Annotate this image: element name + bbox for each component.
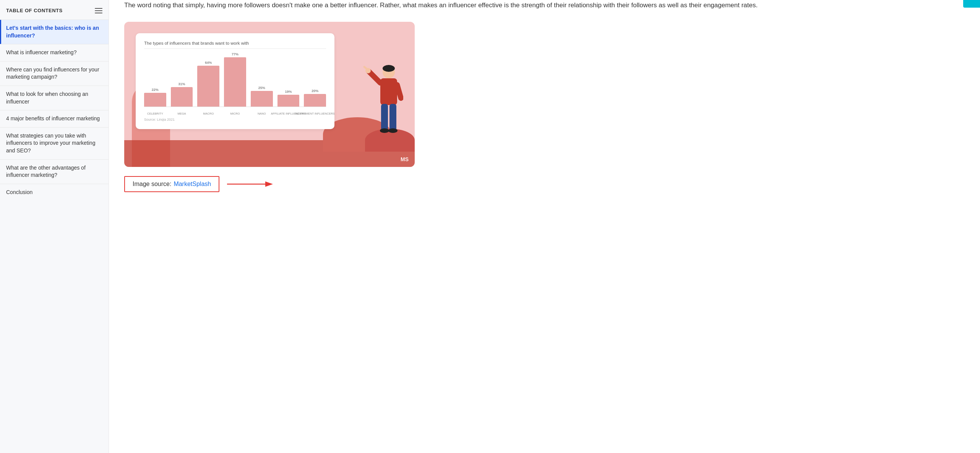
top-right-button[interactable] (963, 0, 980, 8)
chart-card: The types of influencers that brands wan… (136, 33, 334, 129)
bar-group-celebrity: 22%CELEBRITY (144, 88, 166, 107)
table-of-contents-sidebar: TABLE OF CONTENTS Let's start with the b… (0, 0, 109, 453)
bar-group-nano: 25%NANO (251, 86, 273, 107)
sidebar-item-2[interactable]: What is influencer marketing? (0, 44, 109, 61)
image-source-link[interactable]: MarketSplash (174, 181, 211, 188)
bar-group-no-payment-influencers: 20%NO PAYMENT INFLUENCERS (304, 89, 326, 107)
image-source-row: Image source: MarketSplash (124, 176, 965, 192)
intro-paragraph: The word noting that simply, having more… (124, 0, 965, 11)
person-illustration (361, 64, 403, 148)
toc-title: TABLE OF CONTENTS (6, 8, 63, 13)
chart-card-title: The types of influencers that brands wan… (144, 41, 326, 49)
chart-illustration-container: The types of influencers that brands wan… (124, 22, 415, 167)
svg-rect-7 (389, 104, 396, 131)
image-source-label: Image source: (133, 181, 171, 188)
svg-point-8 (380, 128, 389, 133)
ms-watermark: MS (401, 156, 409, 162)
svg-point-9 (388, 128, 398, 133)
hamburger-menu-icon[interactable] (95, 8, 102, 13)
svg-marker-12 (265, 181, 273, 187)
sidebar-item-3[interactable]: Where can you find influencers for your … (0, 61, 109, 86)
sidebar-header: TABLE OF CONTENTS (0, 8, 109, 19)
chart-source: Source: Linqia 2021 (144, 118, 326, 121)
svg-line-3 (369, 71, 380, 83)
sidebar-item-4[interactable]: What to look for when choosing an influe… (0, 86, 109, 110)
bar-group-macro: 64%MACRO (197, 61, 219, 107)
main-content: The word noting that simply, having more… (109, 0, 980, 453)
svg-point-1 (383, 65, 395, 72)
bar-group-mega: 31%MEGA (171, 82, 193, 107)
sidebar-item-5[interactable]: 4 major benefits of influencer marketing (0, 110, 109, 127)
sidebar-item-7[interactable]: What are the other advantages of influen… (0, 159, 109, 184)
sidebar-item-1[interactable]: Let's start with the basics: who is an i… (0, 19, 109, 44)
sidebar-item-8[interactable]: Conclusion (0, 184, 109, 201)
bar-group-affiliate-influencers: 19%AFFILIATE INFLUENCERS (277, 90, 300, 107)
bar-chart: 22%CELEBRITY31%MEGA64%MACRO77%MICRO25%NA… (144, 55, 326, 116)
bar-group-micro: 77%MICRO (224, 52, 246, 107)
arrow-icon (227, 180, 273, 189)
image-source-box: Image source: MarketSplash (124, 176, 219, 192)
svg-rect-6 (381, 104, 388, 131)
sidebar-item-6[interactable]: What strategies can you take with influe… (0, 127, 109, 159)
svg-line-4 (397, 85, 401, 98)
